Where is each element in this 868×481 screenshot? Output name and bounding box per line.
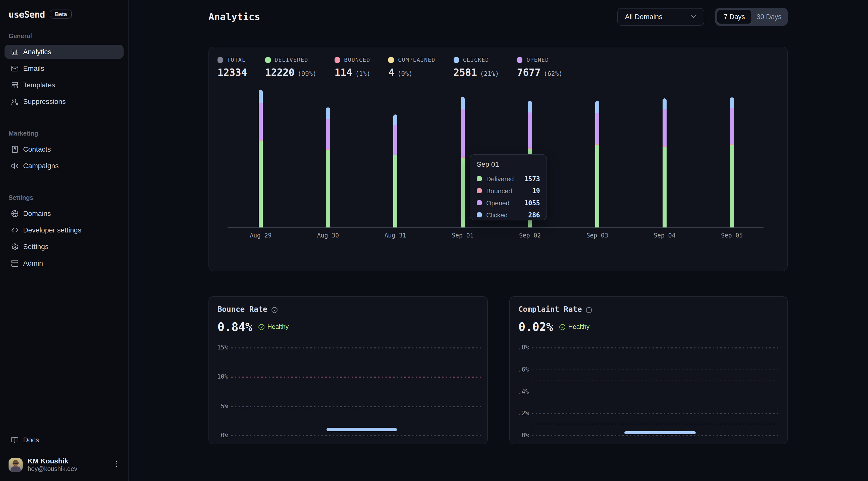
tooltip-dot bbox=[477, 188, 482, 193]
stat-value: 2581 bbox=[453, 67, 477, 78]
page-title: Analytics bbox=[209, 11, 260, 22]
avatar bbox=[8, 458, 23, 472]
nav-section-settings: SettingsDomainsDeveloper settingsSetting… bbox=[4, 195, 124, 270]
globe-icon bbox=[11, 210, 19, 217]
bar-sep-03[interactable] bbox=[595, 101, 599, 227]
bar-segment-delivered bbox=[326, 150, 330, 227]
sidebar-item-label: Suppressions bbox=[23, 97, 66, 105]
range-option-30-days[interactable]: 30 Days bbox=[752, 9, 786, 24]
bar-sep-04[interactable] bbox=[662, 98, 666, 227]
code-icon bbox=[11, 226, 19, 234]
sidebar-item-emails[interactable]: Emails bbox=[4, 61, 124, 75]
tooltip-label: Delivered bbox=[486, 175, 520, 183]
app-root: useSend Beta GeneralAnalyticsEmailsTempl… bbox=[0, 0, 868, 481]
complaint-rate-card: Complaint Rate 0.02% Healthy .8%.6%.4%.2… bbox=[509, 296, 787, 444]
chart-tooltip: Sep 01Delivered1573Bounced19Opened1055Cl… bbox=[470, 154, 547, 220]
sidebar-item-contacts[interactable]: Contacts bbox=[4, 142, 124, 156]
sidebar-item-label: Developer settings bbox=[23, 226, 82, 234]
tooltip-row: Opened1055 bbox=[477, 197, 540, 209]
sidebar-item-domains[interactable]: Domains bbox=[4, 206, 124, 220]
y-tick-label: .8% bbox=[514, 344, 529, 351]
sidebar-spacer bbox=[4, 272, 124, 433]
bar-aug-29[interactable] bbox=[259, 90, 263, 227]
email-volume-chart: Aug 29Aug 30Aug 31Sep 01Sep 02Sep 03Sep … bbox=[209, 85, 787, 244]
sidebar-item-label: Domains bbox=[23, 210, 51, 217]
sidebar-item-suppressions[interactable]: Suppressions bbox=[4, 94, 124, 108]
user-meta: KM Koushik hey@koushik.dev bbox=[28, 457, 107, 473]
sidebar-item-settings[interactable]: Settings bbox=[4, 239, 124, 254]
app-logo: useSend bbox=[8, 9, 45, 19]
bar-segment-delivered bbox=[730, 145, 734, 227]
stat-dot bbox=[217, 57, 223, 63]
sidebar-item-admin[interactable]: Admin bbox=[4, 256, 124, 270]
user-card[interactable]: KM Koushik hey@koushik.dev bbox=[4, 452, 124, 481]
stat-dot bbox=[265, 57, 271, 63]
mail-icon bbox=[11, 65, 19, 72]
y-tick-label: 15% bbox=[213, 344, 228, 351]
bar-sep-01[interactable] bbox=[461, 97, 465, 227]
bar-segment-clicked bbox=[393, 114, 397, 125]
sidebar-item-docs[interactable]: Docs bbox=[4, 433, 124, 447]
y-tick-label: .4% bbox=[514, 388, 529, 395]
main-content: Analytics All Domains 7 Days30 Days TOTA… bbox=[129, 0, 868, 481]
user-email: hey@koushik.dev bbox=[28, 466, 107, 473]
user-menu-button[interactable] bbox=[113, 460, 121, 470]
stat-delivered: DELIVERED12220(99%) bbox=[265, 57, 316, 78]
sidebar-item-templates[interactable]: Templates bbox=[4, 78, 124, 92]
x-axis-label: Aug 31 bbox=[384, 232, 406, 239]
stat-opened: OPENED7677(62%) bbox=[517, 57, 562, 78]
tooltip-row: Bounced19 bbox=[477, 185, 540, 197]
sidebar-item-label: Emails bbox=[23, 64, 44, 72]
viewport: useSend Beta GeneralAnalyticsEmailsTempl… bbox=[0, 0, 868, 481]
rate-line-segment bbox=[625, 431, 696, 434]
bar-aug-31[interactable] bbox=[393, 114, 397, 227]
stats-row: TOTAL12334DELIVERED12220(99%)BOUNCED114(… bbox=[209, 47, 787, 78]
tooltip-label: Clicked bbox=[486, 211, 524, 219]
warning-threshold-line bbox=[231, 408, 481, 408]
tooltip-value: 19 bbox=[532, 187, 540, 195]
sidebar-item-label: Templates bbox=[23, 81, 55, 89]
bar-segment-opened bbox=[393, 125, 397, 154]
bar-segment-opened bbox=[662, 110, 666, 147]
bar-segment-clicked bbox=[326, 107, 330, 119]
stat-dot bbox=[453, 57, 459, 63]
user-x-icon bbox=[11, 98, 19, 105]
stat-label: COMPLAINED bbox=[398, 57, 435, 63]
tooltip-value: 1055 bbox=[524, 199, 540, 206]
sidebar-item-label: Settings bbox=[23, 243, 49, 251]
header-controls: All Domains 7 Days30 Days bbox=[617, 8, 787, 25]
x-axis-label: Aug 30 bbox=[317, 232, 339, 239]
sidebar-item-label: Contacts bbox=[23, 145, 51, 153]
tooltip-dot bbox=[477, 200, 482, 205]
gridline bbox=[231, 347, 481, 348]
x-axis-label: Sep 05 bbox=[721, 232, 743, 239]
sidebar-item-label: Analytics bbox=[23, 48, 51, 56]
bar-segment-opened bbox=[730, 108, 734, 144]
bar-segment-delivered bbox=[259, 141, 263, 227]
docs-label: Docs bbox=[23, 436, 39, 444]
layout-template-icon bbox=[11, 81, 19, 89]
stat-label: TOTAL bbox=[227, 57, 246, 63]
bar-segment-delivered bbox=[393, 155, 397, 227]
gridline bbox=[532, 391, 781, 392]
chevron-down-icon bbox=[690, 12, 698, 21]
domain-filter-select[interactable]: All Domains bbox=[617, 8, 704, 25]
x-axis-label: Sep 03 bbox=[586, 232, 608, 239]
tooltip-label: Bounced bbox=[486, 187, 528, 195]
bar-sep-05[interactable] bbox=[730, 97, 734, 227]
topbar: Analytics All Domains 7 Days30 Days bbox=[209, 7, 787, 26]
sidebar-item-developer-settings[interactable]: Developer settings bbox=[4, 223, 124, 237]
nav-section-label: General bbox=[8, 33, 124, 40]
stat-total: TOTAL12334 bbox=[217, 57, 247, 78]
nav-section-marketing: MarketingContactsCampaigns bbox=[4, 131, 124, 173]
bar-aug-30[interactable] bbox=[326, 107, 330, 227]
rate-line-segment bbox=[327, 428, 397, 431]
danger-threshold-line bbox=[532, 380, 781, 381]
sidebar-item-campaigns[interactable]: Campaigns bbox=[4, 159, 124, 173]
bar-segment-clicked bbox=[461, 97, 465, 110]
bar-segment-delivered bbox=[662, 147, 666, 227]
tooltip-dot bbox=[477, 176, 482, 181]
stat-percentage: (62%) bbox=[544, 70, 562, 77]
range-option-7-days[interactable]: 7 Days bbox=[717, 9, 752, 24]
sidebar-item-analytics[interactable]: Analytics bbox=[4, 45, 124, 59]
